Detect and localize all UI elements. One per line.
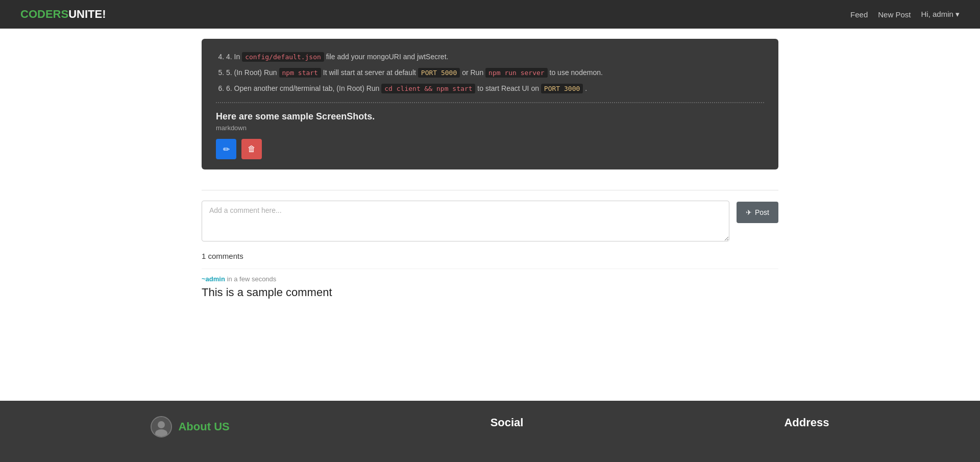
feed-link[interactable]: Feed bbox=[850, 10, 868, 19]
footer-about-title: About US bbox=[178, 420, 229, 433]
footer-address-section: Address bbox=[784, 416, 829, 429]
code-config: config/default.json bbox=[242, 52, 324, 62]
send-icon: ✈ bbox=[746, 208, 752, 216]
code-cd-client: cd client && npm start bbox=[381, 84, 475, 93]
brand-unite: UNITE! bbox=[68, 8, 106, 20]
footer-about-section: About US bbox=[151, 416, 229, 437]
steps-list: 4. In config/default.json file add your … bbox=[226, 51, 764, 94]
post-button-label: Post bbox=[755, 208, 769, 216]
brand-logo[interactable]: CODERSUNITE! bbox=[20, 8, 106, 21]
comment-textarea[interactable] bbox=[202, 201, 729, 241]
post-actions: ✏ 🗑 bbox=[216, 139, 764, 159]
edit-button[interactable]: ✏ bbox=[216, 139, 236, 159]
port-5000: PORT 5000 bbox=[418, 68, 460, 78]
step-6: 6. Open another cmd/terminal tab, (In Ro… bbox=[226, 83, 764, 94]
comment-input-row: ✈ Post bbox=[202, 201, 778, 241]
post-button[interactable]: ✈ Post bbox=[737, 202, 778, 223]
footer-avatar bbox=[151, 416, 172, 437]
comments-count: 1 comments bbox=[202, 252, 778, 260]
comment-time: in a few seconds bbox=[227, 275, 277, 283]
navbar: CODERSUNITE! Feed New Post Hi, admin ▾ bbox=[0, 0, 980, 29]
footer: About US Social Address bbox=[0, 401, 980, 462]
footer-social-title: Social bbox=[491, 416, 524, 429]
main-content: 4. In config/default.json file add your … bbox=[0, 29, 980, 401]
post-screenshot-title: Here are some sample ScreenShots. bbox=[216, 111, 764, 122]
dotted-divider bbox=[216, 102, 764, 103]
comment-item: ~admin in a few seconds This is a sample… bbox=[202, 269, 778, 299]
code-npm-start: npm start bbox=[279, 68, 321, 78]
footer-about: About US bbox=[151, 416, 229, 437]
comment-section: ✈ Post 1 comments ~admin in a few second… bbox=[202, 180, 778, 314]
step-4: 4. In config/default.json file add your … bbox=[226, 51, 764, 63]
comment-author-link[interactable]: ~admin bbox=[202, 275, 225, 283]
admin-dropdown[interactable]: Hi, admin ▾ bbox=[921, 10, 960, 19]
svg-point-1 bbox=[158, 421, 165, 428]
new-post-link[interactable]: New Post bbox=[878, 10, 911, 19]
step-5: 5. (In Root) Run npm start It will start… bbox=[226, 67, 764, 79]
section-divider bbox=[202, 190, 778, 190]
comment-meta: ~admin in a few seconds bbox=[202, 275, 778, 283]
footer-social-section: Social bbox=[491, 416, 524, 429]
code-npm-run-server: npm run server bbox=[485, 68, 548, 78]
post-card: 4. In config/default.json file add your … bbox=[202, 39, 778, 169]
footer-address-title: Address bbox=[784, 416, 829, 429]
brand-coders: CODERS bbox=[20, 8, 68, 20]
delete-button[interactable]: 🗑 bbox=[241, 139, 262, 159]
navbar-links: Feed New Post Hi, admin ▾ bbox=[850, 10, 960, 19]
post-screenshot-subtitle: markdown bbox=[216, 124, 764, 132]
avatar-icon bbox=[152, 417, 171, 436]
comment-text: This is a sample comment bbox=[202, 286, 778, 299]
port-3000: PORT 3000 bbox=[541, 84, 583, 93]
